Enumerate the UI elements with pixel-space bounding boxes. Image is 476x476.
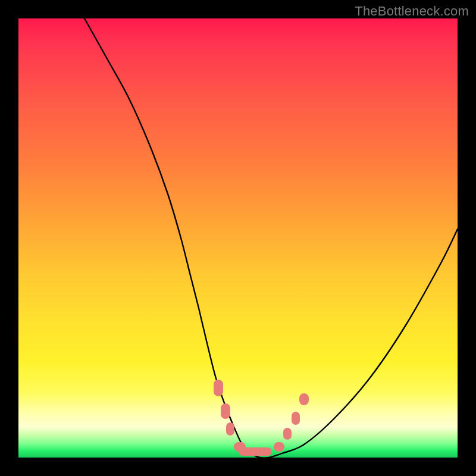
trough-marker bbox=[239, 447, 272, 456]
trough-marker bbox=[221, 403, 230, 419]
trough-marker bbox=[292, 412, 300, 425]
trough-marker bbox=[214, 380, 223, 396]
trough-marker bbox=[226, 422, 234, 436]
plot-area bbox=[18, 18, 458, 458]
bottleneck-curve bbox=[84, 18, 458, 458]
chart-svg bbox=[18, 18, 458, 458]
trough-marker bbox=[274, 442, 284, 452]
trough-marker bbox=[299, 393, 309, 405]
trough-marker bbox=[283, 428, 292, 440]
trough-markers-group bbox=[214, 380, 309, 456]
watermark-text: TheBottleneck.com bbox=[355, 4, 469, 19]
outer-frame: TheBottleneck.com bbox=[0, 0, 476, 476]
